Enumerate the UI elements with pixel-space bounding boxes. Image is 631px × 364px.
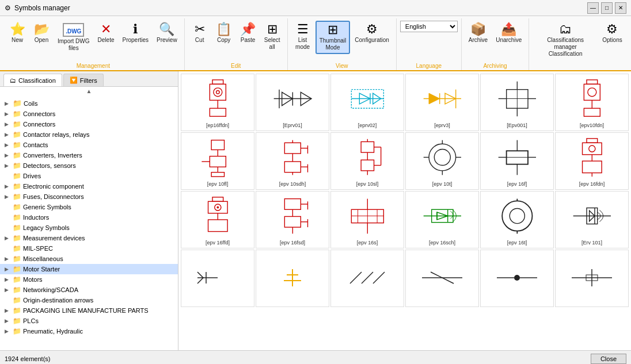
svg-rect-42 [284,162,301,173]
thumb-eprv01[interactable]: [Eprv01] [256,74,329,131]
thumb-epv16ffd[interactable]: [epv 16ffd] [181,191,254,248]
tree-item-miscellaneous[interactable]: ▶ 📁 Miscellaneous [0,254,178,264]
close-button[interactable]: Close [591,354,626,364]
svg-point-30 [588,88,596,97]
paste-button[interactable]: 📌 Paste [237,21,260,46]
thumb-epv16fdn[interactable]: [epv 16fdn] [555,132,629,190]
configuration-button[interactable]: ⚙ Configuration [351,21,392,46]
thumb-epv16f[interactable]: [epv 16f] [480,132,554,190]
tree-item-legacy[interactable]: 📁 Legacy Symbols [0,223,178,233]
svg-rect-48 [361,141,374,152]
new-button[interactable]: ⭐ New [6,21,29,46]
thumb-21[interactable] [330,250,404,307]
svg-rect-32 [584,108,600,116]
thumb-epv001[interactable]: [Epv001] [480,74,554,131]
tree-item-connectors1[interactable]: ▶ 📁 Connectors [0,109,178,119]
tree-item-converters[interactable]: ▶ 📁 Converters, Inverters [0,150,178,160]
tree-item-coils[interactable]: ▶ 📁 Coils [0,98,178,109]
tree-item-contactor-relays[interactable]: ▶ 📁 Contactor relays, relays [0,129,178,140]
tree-item-electronic[interactable]: ▶ 📁 Electronic component [0,181,178,191]
language-label: Language [397,63,461,69]
tree-item-origin-dest[interactable]: 📁 Origin-destination arrows [0,295,178,305]
thumbnail-mode-button[interactable]: ⊞ ThumbnailMode [316,21,351,54]
preview-button[interactable]: 🔍 Preview [153,21,181,46]
svg-rect-1 [210,84,226,100]
thumb-20[interactable] [256,250,329,307]
restore-button[interactable]: □ [601,2,613,14]
unarchive-button[interactable]: 📤 Unarchive [492,21,525,46]
folder-red-connectors2: 📁 [13,120,21,128]
thumb-22[interactable] [405,250,479,307]
tree-item-mil-spec[interactable]: 📁 MIL-SPEC [0,243,178,254]
thumb-epv10t[interactable]: [epv 10t] [405,132,479,190]
thumb-eprv02[interactable]: [eprv02] [330,74,404,131]
tree-item-generic[interactable]: 📁 Generic Symbols [0,202,178,212]
thumb-canvas-epv16s [333,194,401,239]
ribbon-group-classifications: 🗂 Classifications manager Classification… [529,18,629,70]
minimize-button[interactable]: — [587,2,599,14]
thumb-epv16s[interactable]: [epv 16s] [330,191,404,248]
thumb-epv16fsd[interactable]: [epv 16fsd] [256,191,329,248]
thumb-canvas-epv16ffd [184,194,252,239]
thumb-ep16ffdn[interactable]: [ep16ffdn] [181,74,254,131]
thumb-23[interactable] [480,250,554,307]
classifications-manager-button[interactable]: 🗂 Classifications manager Classification [533,21,598,60]
tree-item-packaging[interactable]: ▶ 📁 PACKAGING LINE MANUFACTURE PARTS [0,305,178,316]
thumb-epv10fdn[interactable]: [epv10fdn] [555,74,629,131]
thumb-eprv3[interactable]: [eprv3] [405,74,479,131]
svg-rect-29 [584,84,600,100]
thumb-epv16sch[interactable]: [epv 16sch] [405,191,479,248]
unarchive-icon: 📤 [501,23,516,36]
svg-point-77 [216,206,219,209]
thumb-canvas-epv10t [408,135,476,180]
svg-line-115 [373,272,385,283]
thumb-epv10fl[interactable]: [epv 10fl] [181,132,254,190]
tree-item-connectors2[interactable]: ▶ 📁 Connectors [0,119,178,129]
tab-filters[interactable]: 🔽 Filters [63,74,104,86]
copy-button[interactable]: 📋 Copy [212,21,235,46]
language-select[interactable]: English [400,21,458,32]
close-window-button[interactable]: ✕ [615,2,626,14]
tree-item-motors[interactable]: ▶ 📁 Motors [0,274,178,285]
tree-item-detectors[interactable]: ▶ 📁 Detectors, sensors [0,160,178,171]
archive-button[interactable]: 📦 Archive [465,21,491,46]
cut-button[interactable]: ✂ Cut [188,21,211,46]
delete-button[interactable]: ✕ Delete [94,21,118,46]
thumb-canvas-22 [408,252,476,303]
svg-point-3 [216,91,219,94]
ribbon: ⭐ New 📂 Open .DWG Import DWGfiles ✕ Dele… [0,16,631,71]
tree-item-fuses[interactable]: ▶ 📁 Fuses, Disconnectors [0,191,178,202]
select-all-button[interactable]: ⊞ Selectall [261,21,284,53]
thumb-epv10sl[interactable]: [epv 10sl] [330,132,404,190]
app-icon: ⚙ [5,4,11,12]
folder-fuses: 📁 [13,193,21,201]
options-button[interactable]: ⚙ Options [599,21,625,46]
tree-item-plcs[interactable]: ▶ 📁 PLCs [0,316,178,326]
tree-item-pneumatic[interactable]: ▶ 📁 Pneumatic, Hydraulic [0,326,178,336]
thumb-epv10sdh[interactable]: [epv 10sdh] [256,132,329,190]
tab-classification[interactable]: 🗂 Classification [3,74,62,86]
tree-item-measurement[interactable]: ▶ 📁 Measurement devices [0,233,178,243]
tree-container[interactable]: ▶ 📁 Coils ▶ 📁 Connectors ▶ 📁 Connectors … [0,95,178,350]
svg-rect-82 [284,216,301,227]
tree-item-inductors[interactable]: 📁 Inductors [0,212,178,223]
thumb-epv16t[interactable]: [epv 16t] [480,191,554,248]
svg-point-2 [214,88,222,97]
open-button[interactable]: 📂 Open [30,21,53,46]
thumb-erv101[interactable]: [Erv 101] [555,191,629,248]
properties-button[interactable]: ℹ Properties [119,21,152,46]
folder-packaging: 📁 [13,306,21,315]
thumb-24[interactable] [555,250,629,307]
tree-item-motor-starter[interactable]: ▶ 📁 Motor Starter [0,264,178,274]
thumb-19[interactable] [181,250,254,307]
import-dwg-button[interactable]: .DWG Import DWGfiles [54,21,93,54]
svg-line-114 [362,272,373,283]
svg-rect-39 [284,143,301,154]
scroll-top-btn[interactable]: ▲ [0,87,178,95]
list-mode-button[interactable]: ☰ Listmode [291,21,314,53]
thumb-canvas-epv16t [483,194,551,239]
content-area[interactable]: [ep16ffdn] [Eprv01] [178,71,631,350]
tree-item-drives[interactable]: 📁 Drives [0,171,178,181]
tree-item-networking[interactable]: ▶ 📁 Networking/SCADA [0,285,178,295]
tree-item-contacts[interactable]: ▶ 📁 Contacts [0,140,178,150]
